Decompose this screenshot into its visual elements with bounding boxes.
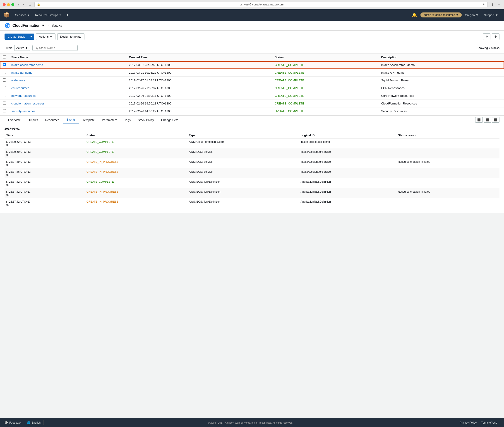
tab-change-sets[interactable]: Change Sets [158, 116, 182, 124]
event-logical-id-4: ApplicationTaskDefinition [299, 178, 396, 188]
refresh-icon[interactable]: ↻ [483, 3, 485, 6]
tab-outputs[interactable]: Outputs [24, 116, 42, 124]
event-type-6: AWS::ECS::TaskDefinition [187, 198, 299, 208]
event-toggle-1[interactable]: ▶ [6, 151, 8, 153]
tab-tags[interactable]: Tags [121, 116, 134, 124]
stack-name-link-2[interactable]: web-proxy [11, 79, 25, 82]
browser-dots [3, 3, 14, 6]
event-toggle-3[interactable]: ▶ [6, 171, 8, 173]
stack-name-link-1[interactable]: intake-api-demo [11, 71, 32, 74]
detail-tabs: Overview Outputs Resources Events Templa… [0, 116, 504, 124]
user-caret-icon: ▼ [456, 13, 459, 16]
table-row[interactable]: ecr-resources 2017-02-26 21:38:37 UTC+13… [0, 84, 504, 92]
events-date: 2017-03-01 [5, 124, 499, 132]
back-button[interactable]: ‹ [16, 2, 20, 7]
view-split-button[interactable]: ⬛ [484, 117, 491, 123]
breadcrumb-separator: › [48, 24, 48, 27]
create-stack-button[interactable]: Create Stack [5, 34, 28, 40]
row-stack-name-5: cloudformation-resources [9, 100, 126, 107]
row-stack-name-3: ecr-resources [9, 84, 126, 92]
minimize-dot[interactable] [7, 3, 10, 6]
address-bar[interactable]: 🔒 us-west-2.console.aws.amazon.com ↻ [34, 2, 488, 7]
resource-groups-nav-item[interactable]: Resource Groups ▼ [32, 9, 64, 21]
event-status-3: CREATE_IN_PROGRESS [85, 168, 187, 178]
table-row[interactable]: intake-api-demo 2017-03-01 19:26:22 UTC+… [0, 69, 504, 76]
stack-name-link-6[interactable]: security-resources [11, 109, 35, 113]
refresh-button[interactable]: ↻ [483, 33, 490, 40]
tab-parameters[interactable]: Parameters [98, 116, 121, 124]
event-logical-id-1: IntakeAcceleratorService [299, 148, 396, 158]
event-toggle-6[interactable]: ▶ [6, 201, 8, 203]
events-header-logical-id: Logical ID [299, 132, 396, 138]
row-checkbox-5[interactable] [3, 101, 6, 105]
share-button[interactable]: ⬆ [490, 2, 495, 7]
row-created-1: 2017-03-01 19:26:22 UTC+1300 [126, 69, 272, 76]
event-reason-0 [396, 138, 499, 149]
user-account-pill[interactable]: admin @ demo-resources ▼ [421, 12, 462, 17]
stack-name-link-4[interactable]: network-resources [11, 94, 36, 98]
service-nav: 🌀 CloudFormation ▼ › Stacks [0, 21, 504, 30]
table-row[interactable]: network-resources 2017-02-26 21:10:17 UT… [0, 92, 504, 100]
close-dot[interactable] [3, 3, 6, 6]
events-header-reason: Status reason [396, 132, 499, 138]
event-status-4: CREATE_COMPLETE [85, 178, 187, 188]
event-logical-id-6: ApplicationTaskDefinition [299, 198, 396, 208]
row-description-4: Core Network Resources [378, 92, 504, 100]
favorites-icon[interactable]: ★ [64, 13, 71, 17]
stack-name-link-5[interactable]: cloudformation-resources [11, 102, 44, 105]
table-row[interactable]: web-proxy 2017-02-27 01:58:27 UTC+1300 C… [0, 76, 504, 84]
stack-name-link-0[interactable]: intake-accelerator-demo [11, 63, 43, 67]
row-checkbox-1[interactable] [3, 71, 6, 74]
create-stack-dropdown-button[interactable]: ▼ [28, 34, 34, 40]
row-checkbox-6[interactable] [3, 109, 6, 112]
support-caret-icon: ▼ [495, 13, 498, 17]
row-status-6: UPDATE_COMPLETE [272, 107, 378, 115]
row-stack-name-6: security-resources [9, 107, 126, 115]
row-checkbox-3[interactable] [3, 86, 6, 89]
row-checkbox-2[interactable] [3, 78, 6, 82]
support-menu[interactable]: Support ▼ [482, 13, 500, 17]
view-split-horizontal-button[interactable]: ⬛ [475, 117, 483, 123]
event-toggle-2[interactable]: ▶ [6, 161, 8, 163]
event-row: ▶23:37:42 UTC+1300 CREATE_IN_PROGRESS AW… [5, 198, 499, 208]
settings-button[interactable]: ⚙ [492, 33, 499, 40]
region-selector[interactable]: Oregon ▼ [463, 13, 481, 17]
tab-stack-policy[interactable]: Stack Policy [134, 116, 158, 124]
table-row[interactable]: intake-accelerator-demo 2017-03-01 23:30… [0, 61, 504, 69]
notifications-bell-icon[interactable]: 🔔 [409, 12, 420, 17]
row-description-1: Intake API - demo [378, 69, 504, 76]
design-template-button[interactable]: Design template [57, 33, 84, 40]
row-checkbox-4[interactable] [3, 94, 6, 97]
event-time-6: ▶23:37:42 UTC+1300 [5, 198, 85, 208]
select-all-checkbox[interactable] [3, 55, 6, 59]
aws-logo[interactable]: 📦 [4, 12, 10, 18]
table-row[interactable]: security-resources 2017-02-26 14:00:29 U… [0, 107, 504, 115]
tab-template[interactable]: Template [79, 116, 98, 124]
event-time-3: ▶23:37:46 UTC+1300 [5, 168, 85, 178]
tab-resources[interactable]: Resources [42, 116, 63, 124]
stack-name-link-3[interactable]: ecr-resources [11, 86, 29, 90]
row-checkbox-cell-4 [0, 92, 9, 100]
tab-overview[interactable]: Overview [5, 116, 24, 124]
stack-name-filter-input[interactable] [32, 45, 78, 51]
actions-button[interactable]: Actions ▼ [36, 33, 55, 40]
event-toggle-5[interactable]: ▶ [6, 191, 8, 193]
event-toggle-0[interactable]: ▶ [6, 141, 8, 143]
create-stack-button-group: Create Stack ▼ [5, 34, 34, 40]
row-checkbox-cell-2 [0, 76, 9, 84]
events-header-status: Status [85, 132, 187, 138]
new-tab-button[interactable]: + [497, 2, 501, 7]
window-resize-button[interactable]: □ [28, 2, 32, 7]
table-row[interactable]: cloudformation-resources 2017-02-26 19:5… [0, 100, 504, 107]
tab-events[interactable]: Events [63, 116, 79, 124]
event-toggle-4[interactable]: ▶ [6, 181, 8, 183]
row-checkbox-cell-3 [0, 84, 9, 92]
cloudformation-service-link[interactable]: CloudFormation ▼ [12, 23, 45, 28]
filter-active-select[interactable]: Active ▼ [14, 45, 30, 51]
maximize-dot[interactable] [11, 3, 14, 6]
services-nav-item[interactable]: Services ▼ [12, 9, 32, 21]
forward-button[interactable]: › [21, 2, 25, 7]
view-full-button[interactable]: ⬛ [492, 117, 499, 123]
row-checkbox-0[interactable] [3, 63, 6, 66]
row-created-3: 2017-02-26 21:38:37 UTC+1300 [126, 84, 272, 92]
